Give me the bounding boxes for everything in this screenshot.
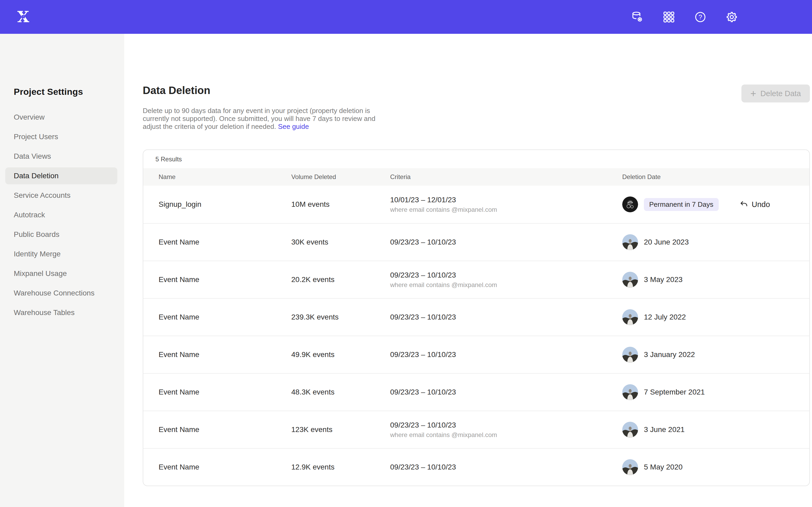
user-avatar: [622, 347, 638, 362]
deletion-date-cell: Permanent in 7 DaysUndo: [622, 196, 809, 212]
deletion-date-cell: 3 June 2021: [622, 422, 809, 438]
sidebar-item-project-users[interactable]: Project Users: [0, 127, 124, 147]
sidebar-item-label: Public Boards: [14, 230, 59, 239]
sidebar-item-public-boards[interactable]: Public Boards: [0, 225, 124, 244]
delete-data-button-label: Delete Data: [760, 89, 801, 98]
sidebar-item-warehouse-connections[interactable]: Warehouse Connections: [0, 283, 124, 303]
column-header-criteria: Criteria: [390, 173, 622, 181]
main-header: Data Deletion Delete Data: [143, 84, 810, 103]
criteria-date-range: 09/23/23 – 10/10/23: [390, 238, 622, 246]
sidebar-item-warehouse-tables[interactable]: Warehouse Tables: [0, 303, 124, 323]
sidebar-item-label: Warehouse Tables: [14, 308, 74, 317]
permanent-status-badge: Permanent in 7 Days: [644, 198, 719, 211]
sidebar-nav: OverviewProject UsersData ViewsData Dele…: [0, 108, 124, 323]
sidebar-item-data-views[interactable]: Data Views: [0, 147, 124, 166]
page-description: Delete up to 90 days data for any event …: [143, 107, 810, 130]
undo-button[interactable]: Undo: [739, 200, 770, 209]
user-avatar: [622, 272, 638, 288]
svg-text:?: ?: [699, 13, 702, 20]
sidebar-item-data-deletion[interactable]: Data Deletion: [0, 166, 124, 186]
data-pipeline-icon[interactable]: [631, 11, 644, 23]
volume-deleted: 49.9K events: [291, 350, 390, 359]
event-name: Event Name: [159, 238, 291, 246]
description-line: currently not supported). Once submitted…: [143, 115, 810, 122]
sidebar-item-overview[interactable]: Overview: [0, 108, 124, 127]
table-row: Event Name12.9K events09/23/23 – 10/10/2…: [143, 448, 809, 486]
table-row: Event Name20.2K events09/23/23 – 10/10/2…: [143, 261, 809, 298]
sidebar-item-label: Warehouse Connections: [14, 289, 95, 297]
sidebar-item-label: Project Users: [14, 132, 58, 141]
apps-grid-icon[interactable]: [663, 11, 675, 23]
table-row: Event Name239.3K events09/23/23 – 10/10/…: [143, 298, 809, 336]
see-guide-link[interactable]: See guide: [278, 122, 309, 130]
volume-deleted: 10M events: [291, 200, 390, 209]
criteria-date-range: 09/23/23 – 10/10/23: [390, 313, 622, 321]
deletion-date: 20 June 2023: [644, 238, 689, 246]
sidebar-item-identity-merge[interactable]: Identity Merge: [0, 244, 124, 264]
deletion-table-card: 5 Results Name Volume Deleted Criteria D…: [143, 150, 810, 486]
page-title: Data Deletion: [143, 84, 210, 97]
deletion-date: 3 June 2021: [644, 426, 684, 434]
table-row: Event Name49.9K events09/23/23 – 10/10/2…: [143, 336, 809, 373]
sidebar-item-label: Mixpanel Usage: [14, 269, 67, 278]
sidebar-item-mixpanel-usage[interactable]: Mixpanel Usage: [0, 264, 124, 283]
deletion-date: 3 May 2023: [644, 275, 682, 284]
sidebar-item-label: Overview: [14, 113, 45, 121]
volume-deleted: 12.9K events: [291, 463, 390, 471]
deletion-date: 12 July 2022: [644, 313, 686, 321]
user-avatar: [622, 196, 638, 212]
table-row: Signup_login10M events10/01/23 – 12/01/2…: [143, 186, 809, 223]
table-row: Event Name123K events09/23/23 – 10/10/23…: [143, 411, 809, 448]
criteria-date-range: 09/23/23 – 10/10/23: [390, 421, 622, 429]
topbar: X ?: [0, 0, 812, 34]
event-name: Event Name: [159, 313, 291, 321]
column-header-deletion-date: Deletion Date: [622, 173, 809, 181]
criteria-filter: where email contains @mixpanel.com: [390, 431, 622, 439]
volume-deleted: 239.3K events: [291, 313, 390, 321]
event-name: Event Name: [159, 350, 291, 359]
event-name: Event Name: [159, 463, 291, 471]
criteria-cell: 09/23/23 – 10/10/23where email contains …: [390, 271, 622, 289]
deletion-date: 3 January 2022: [644, 350, 695, 359]
deletion-date-cell: 20 June 2023: [622, 234, 809, 250]
sidebar-item-label: Data Views: [14, 152, 51, 161]
deletion-date-cell: 12 July 2022: [622, 309, 809, 325]
sidebar-item-service-accounts[interactable]: Service Accounts: [0, 186, 124, 205]
help-icon[interactable]: ?: [694, 11, 707, 23]
main-content: Data Deletion Delete Data Delete up to 9…: [124, 34, 812, 507]
sidebar: Project Settings OverviewProject UsersDa…: [0, 34, 124, 507]
criteria-date-range: 09/23/23 – 10/10/23: [390, 463, 622, 471]
criteria-date-range: 09/23/23 – 10/10/23: [390, 388, 622, 396]
description-line: Delete up to 90 days data for any event …: [143, 107, 810, 115]
plus-icon: [750, 89, 756, 99]
criteria-cell: 09/23/23 – 10/10/23: [390, 313, 622, 321]
deletion-date-cell: 5 May 2020: [622, 459, 809, 475]
delete-data-button[interactable]: Delete Data: [742, 84, 810, 103]
mixpanel-logo: X: [15, 9, 31, 25]
deletion-date-cell: 3 January 2022: [622, 347, 809, 362]
topbar-icons: ?: [631, 11, 738, 23]
user-avatar: [622, 384, 638, 400]
criteria-cell: 09/23/23 – 10/10/23: [390, 463, 622, 471]
sidebar-item-label: Identity Merge: [14, 250, 60, 258]
criteria-cell: 09/23/23 – 10/10/23: [390, 388, 622, 396]
settings-icon[interactable]: [725, 11, 738, 23]
user-avatar: [622, 422, 638, 438]
table-row: Event Name48.3K events09/23/23 – 10/10/2…: [143, 373, 809, 411]
criteria-date-range: 09/23/23 – 10/10/23: [390, 350, 622, 359]
description-line: adjust the criteria of your deletion if …: [143, 122, 810, 130]
volume-deleted: 20.2K events: [291, 275, 390, 284]
criteria-filter: where email contains @mixpanel.com: [390, 206, 622, 213]
criteria-cell: 09/23/23 – 10/10/23where email contains …: [390, 421, 622, 439]
volume-deleted: 123K events: [291, 426, 390, 434]
sidebar-item-autotrack[interactable]: Autotrack: [0, 205, 124, 225]
volume-deleted: 30K events: [291, 238, 390, 246]
description-line-text: adjust the criteria of your deletion if …: [143, 122, 276, 130]
undo-icon: [739, 200, 748, 209]
event-name: Signup_login: [159, 200, 291, 209]
results-count: 5 Results: [143, 150, 809, 168]
table-row: Event Name30K events09/23/23 – 10/10/232…: [143, 223, 809, 261]
user-avatar: [622, 234, 638, 250]
sidebar-title: Project Settings: [14, 87, 124, 97]
undo-label: Undo: [752, 200, 770, 209]
